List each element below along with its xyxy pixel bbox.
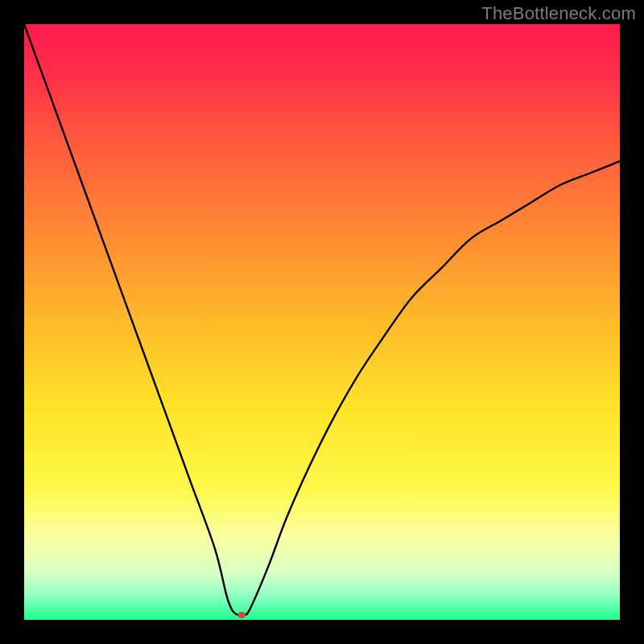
bottleneck-curve-chart bbox=[24, 24, 620, 620]
chart-frame: TheBottleneck.com bbox=[0, 0, 644, 644]
minimum-marker bbox=[237, 612, 246, 618]
chart-background bbox=[24, 24, 620, 620]
watermark-text: TheBottleneck.com bbox=[481, 3, 636, 24]
